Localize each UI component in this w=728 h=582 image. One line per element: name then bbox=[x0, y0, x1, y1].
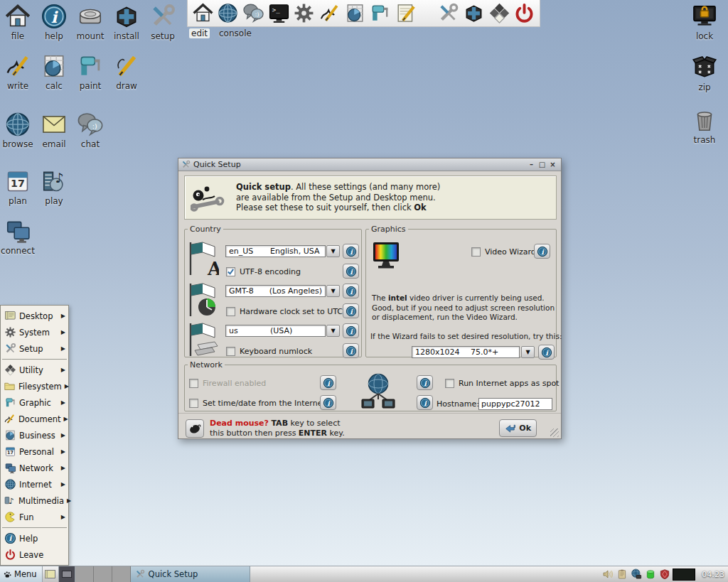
shield-icon[interactable] bbox=[658, 568, 670, 581]
hwclock-checkbox[interactable] bbox=[226, 307, 235, 316]
desktop-icon-console-label[interactable]: console bbox=[219, 28, 252, 38]
desktop-icon-install[interactable]: install bbox=[109, 2, 144, 41]
launcher-gear-icon[interactable] bbox=[293, 1, 316, 25]
desktop-icon-play[interactable]: ♪play bbox=[36, 167, 72, 206]
menu-item-desktop[interactable]: Desktop▶ bbox=[1, 308, 68, 324]
launcher-globe-icon[interactable] bbox=[217, 1, 240, 25]
menu-item-personal[interactable]: 17Personal▶ bbox=[1, 443, 68, 460]
cpu-graph[interactable] bbox=[673, 568, 695, 581]
video-wizard-checkbox[interactable] bbox=[471, 247, 481, 257]
locale-combo[interactable]: en_USEnglish, USA bbox=[225, 245, 326, 257]
menu-item-utility[interactable]: Utility▶ bbox=[1, 362, 68, 378]
desktop-icon-connect[interactable]: connect bbox=[0, 217, 36, 256]
taskbar-cell-1[interactable] bbox=[75, 566, 94, 582]
utf8-info-button[interactable]: i bbox=[343, 264, 359, 279]
menu-item-leave[interactable]: Leave bbox=[1, 546, 68, 563]
menu-item-multimedia[interactable]: ♪Multimedia▶ bbox=[1, 492, 68, 509]
desktop-icon-trash[interactable]: trash bbox=[687, 106, 722, 145]
locale-info-button[interactable]: i bbox=[343, 244, 359, 259]
close-button[interactable]: × bbox=[547, 160, 558, 169]
spot-checkbox[interactable] bbox=[445, 379, 454, 388]
launcher-install-icon[interactable] bbox=[462, 1, 486, 25]
desktop-icon-file[interactable]: file bbox=[0, 2, 36, 41]
desktop-icon-write[interactable]: write bbox=[0, 52, 36, 91]
volume-icon[interactable] bbox=[601, 568, 614, 581]
resolution-dropdown-button[interactable]: ▼ bbox=[521, 346, 535, 358]
menu-item-graphic[interactable]: Graphic▶ bbox=[1, 394, 68, 411]
desktop-icon-calc[interactable]: calc bbox=[36, 52, 72, 91]
launcher-house-icon[interactable] bbox=[191, 1, 215, 25]
menu-item-document[interactable]: Document▶ bbox=[1, 411, 68, 427]
menu-item-fun[interactable]: Fun▶ bbox=[1, 509, 68, 525]
hwclock-info-button[interactable]: i bbox=[343, 303, 359, 318]
locale-dropdown-button[interactable]: ▼ bbox=[326, 245, 340, 257]
desktop-icon-edit-label[interactable]: edit bbox=[189, 28, 210, 38]
resolution-info-button[interactable]: i bbox=[538, 345, 555, 360]
desktop-icon-lock[interactable]: lock bbox=[687, 2, 722, 41]
taskbar-cell-2[interactable] bbox=[94, 566, 112, 582]
keyboard-dropdown-button[interactable]: ▼ bbox=[326, 325, 340, 337]
firewall-info-button[interactable]: i bbox=[320, 375, 336, 390]
numlock-checkbox[interactable] bbox=[226, 347, 235, 356]
dead-mouse-text: Dead mouse? TAB key to select this butto… bbox=[210, 419, 345, 438]
resize-grip[interactable] bbox=[550, 429, 559, 437]
ok-button[interactable]: Ok bbox=[499, 419, 537, 437]
desktop-icon-email[interactable]: email bbox=[36, 110, 72, 149]
desktop-icon-draw[interactable]: draw bbox=[109, 52, 144, 91]
menu-item-internet[interactable]: Internet▶ bbox=[1, 476, 68, 492]
launcher-diamond-icon[interactable] bbox=[488, 1, 511, 25]
resolution-combo[interactable]: 1280x102475.0*+ bbox=[412, 346, 520, 358]
numlock-info-button[interactable]: i bbox=[343, 343, 359, 358]
launcher-tools-icon[interactable] bbox=[437, 1, 461, 25]
hostname-input[interactable] bbox=[478, 398, 552, 410]
desktop-icon-paint[interactable]: paint bbox=[73, 52, 108, 91]
video-wizard-info-button[interactable]: i bbox=[534, 244, 550, 259]
launcher-chat-icon[interactable]: :) bbox=[242, 1, 265, 25]
hostname-info-button[interactable]: i bbox=[417, 395, 433, 410]
desktop-icon-plan[interactable]: 17plan bbox=[0, 167, 36, 206]
menu-item-system[interactable]: System▶ bbox=[1, 324, 68, 340]
menu-item-filesystem[interactable]: Filesystem▶ bbox=[1, 378, 68, 394]
utf8-checkbox[interactable] bbox=[226, 267, 235, 276]
window-titlebar[interactable]: Quick Setup – □ × bbox=[178, 158, 561, 171]
network-tray-icon[interactable] bbox=[630, 568, 642, 581]
taskbar-cell-3[interactable] bbox=[112, 566, 131, 582]
menu-item-setup[interactable]: Setup▶ bbox=[1, 340, 68, 357]
mouse-button[interactable] bbox=[186, 419, 204, 438]
timezone-combo[interactable]: GMT-8(Los Angeles) bbox=[225, 285, 326, 297]
timedate-checkbox[interactable] bbox=[189, 399, 198, 408]
timezone-info-button[interactable]: i bbox=[343, 284, 359, 298]
desktop-icon-help[interactable]: ihelp bbox=[36, 2, 72, 41]
timedate-info-button[interactable]: i bbox=[320, 395, 336, 410]
tools-icon bbox=[145, 2, 181, 31]
launcher-power-icon[interactable] bbox=[513, 1, 536, 25]
disk-icon[interactable] bbox=[644, 568, 656, 581]
menu-item-help[interactable]: iHelp bbox=[1, 530, 68, 546]
pager-desktop-1[interactable] bbox=[43, 566, 59, 582]
launcher-calc-icon[interactable] bbox=[343, 1, 367, 25]
menu-item-network[interactable]: Network▶ bbox=[1, 460, 68, 476]
firewall-checkbox[interactable] bbox=[189, 379, 198, 388]
timedate-row: Set time/date from the Internet bbox=[189, 398, 326, 409]
launcher-terminal-icon[interactable]: >_ bbox=[267, 1, 291, 25]
drive-icon bbox=[73, 2, 108, 31]
minimize-button[interactable]: – bbox=[526, 160, 537, 169]
menu-button[interactable]: Menu bbox=[0, 566, 43, 582]
keyboard-combo[interactable]: us(USA) bbox=[225, 325, 326, 337]
clipboard-icon[interactable] bbox=[616, 568, 628, 581]
keyboard-info-button[interactable]: i bbox=[343, 323, 359, 338]
spot-info-button[interactable]: i bbox=[417, 375, 433, 390]
maximize-button[interactable]: □ bbox=[537, 160, 547, 169]
launcher-write-icon[interactable] bbox=[318, 1, 341, 25]
desktop-icon-chat[interactable]: :)chat bbox=[73, 110, 108, 149]
launcher-pencil-paper-icon[interactable] bbox=[394, 1, 417, 25]
desktop-icon-setup[interactable]: setup bbox=[145, 2, 181, 41]
menu-item-business[interactable]: Business▶ bbox=[1, 427, 68, 443]
task-quick-setup[interactable]: Quick Setup bbox=[131, 566, 250, 582]
desktop-icon-zip[interactable]: zip bbox=[687, 53, 722, 92]
launcher-paint-icon[interactable] bbox=[368, 1, 392, 25]
desktop-icon-mount[interactable]: mount bbox=[73, 2, 108, 41]
pager-desktop-2[interactable] bbox=[59, 566, 75, 582]
desktop-icon-browse[interactable]: browse bbox=[0, 110, 36, 149]
timezone-dropdown-button[interactable]: ▼ bbox=[326, 285, 340, 297]
